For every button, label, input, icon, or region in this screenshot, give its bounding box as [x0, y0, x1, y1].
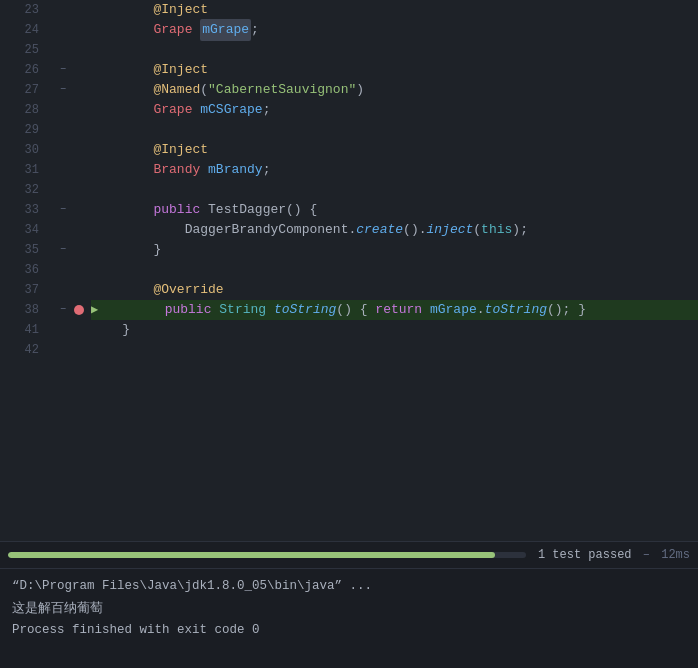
console-line: Process finished with exit code 0	[12, 619, 686, 641]
code-line: }	[91, 320, 698, 340]
progress-bar-fill	[8, 552, 495, 558]
code-token-plain	[211, 300, 219, 320]
line-number: 31	[0, 160, 47, 180]
code-token-string: "CabernetSauvignon"	[208, 80, 356, 100]
line-number: 37	[0, 280, 47, 300]
code-line: Brandy mBrandy;	[91, 160, 698, 180]
line-number-gutter: 232425262728293031323334353637384142	[0, 0, 55, 541]
breakpoint-slot	[71, 340, 87, 360]
line-number: 32	[0, 180, 47, 200]
fold-button	[55, 280, 71, 300]
indent-space	[91, 20, 153, 40]
line-number: 35	[0, 240, 47, 260]
breakpoint-slot	[71, 240, 87, 260]
code-token-annotation: @Named	[153, 80, 200, 100]
code-token-method: inject	[426, 220, 473, 240]
code-token-plain: () {	[336, 300, 375, 320]
debug-arrow-icon: ▶	[91, 300, 98, 320]
breakpoint-slot	[71, 280, 87, 300]
fold-button[interactable]: −	[55, 300, 71, 320]
line-number: 33	[0, 200, 47, 220]
breakpoint-slot	[71, 40, 87, 60]
fold-button[interactable]: −	[55, 80, 71, 100]
fold-button	[55, 220, 71, 240]
code-token-method: toString	[485, 300, 547, 320]
code-line: }	[91, 240, 698, 260]
code-line	[91, 40, 698, 60]
code-token-annotation: @Inject	[153, 140, 208, 160]
fold-button	[55, 180, 71, 200]
breakpoint-slot	[71, 320, 87, 340]
progress-separator: –	[643, 548, 650, 562]
indent-space	[91, 320, 122, 340]
breakpoint-column	[71, 0, 87, 541]
code-token-plain: ().	[403, 220, 426, 240]
code-token-annotation: @Inject	[153, 0, 208, 20]
fold-gutter: −−−−−	[55, 0, 71, 541]
code-line: public TestDagger() {	[91, 200, 698, 220]
progress-time: 12ms	[661, 548, 690, 562]
line-number: 42	[0, 340, 47, 360]
code-token-plain: ;	[263, 100, 271, 120]
fold-button	[55, 0, 71, 20]
console-line: “D:\Program Files\Java\jdk1.8.0_05\bin\j…	[12, 575, 686, 597]
code-token-type-grape: Brandy	[153, 160, 200, 180]
code-token-method: create	[356, 220, 403, 240]
code-line: DaggerBrandyComponent.create().inject(th…	[91, 220, 698, 240]
code-token-plain: );	[512, 220, 528, 240]
code-token-plain: (	[200, 80, 208, 100]
code-token-var-highlight: mGrape	[200, 19, 251, 41]
code-token-plain: ;	[251, 20, 259, 40]
code-token-plain	[192, 20, 200, 40]
fold-button	[55, 260, 71, 280]
code-line	[91, 180, 698, 200]
line-number: 26	[0, 60, 47, 80]
code-token-plain	[192, 100, 200, 120]
line-number: 38	[0, 300, 47, 320]
code-line: @Inject	[91, 0, 698, 20]
indent-space	[91, 280, 153, 300]
line-number: 30	[0, 140, 47, 160]
test-progress-bar-container: 1 test passed – 12ms	[0, 541, 698, 568]
breakpoint-slot	[71, 20, 87, 40]
fold-button[interactable]: −	[55, 60, 71, 80]
code-line: ▶ public String toString() { return mGra…	[91, 300, 698, 320]
fold-button[interactable]: −	[55, 200, 71, 220]
breakpoint-slot	[71, 200, 87, 220]
code-token-plain: }	[122, 320, 130, 340]
line-number: 28	[0, 100, 47, 120]
code-line: Grape mGrape;	[91, 20, 698, 40]
breakpoint-slot	[71, 180, 87, 200]
code-token-plain: (); }	[547, 300, 586, 320]
line-number: 23	[0, 0, 47, 20]
line-number: 41	[0, 320, 47, 340]
indent-space	[91, 80, 153, 100]
indent-space	[91, 60, 153, 80]
breakpoint-slot	[71, 80, 87, 100]
code-token-kw: public	[153, 200, 200, 220]
code-line	[91, 340, 698, 360]
indent-space	[91, 100, 153, 120]
fold-button	[55, 20, 71, 40]
code-token-plain: .	[348, 220, 356, 240]
breakpoint-slot	[71, 100, 87, 120]
code-line: Grape mCSGrape;	[91, 100, 698, 120]
indent-space	[91, 160, 153, 180]
line-number: 27	[0, 80, 47, 100]
test-passed-text: 1 test passed	[538, 548, 632, 562]
code-token-kw: public	[165, 300, 212, 320]
fold-button	[55, 100, 71, 120]
code-token-plain: (	[473, 220, 481, 240]
code-token-type-grape: Grape	[153, 20, 192, 40]
code-token-type-grape: Grape	[153, 100, 192, 120]
fold-button	[55, 40, 71, 60]
breakpoint-slot	[71, 220, 87, 240]
code-token-plain: }	[153, 240, 161, 260]
fold-button	[55, 320, 71, 340]
line-number: 25	[0, 40, 47, 60]
code-token-var: mGrape	[430, 300, 477, 320]
console-output: “D:\Program Files\Java\jdk1.8.0_05\bin\j…	[0, 568, 698, 668]
fold-button[interactable]: −	[55, 240, 71, 260]
code-line	[91, 260, 698, 280]
indent-space	[91, 240, 153, 260]
